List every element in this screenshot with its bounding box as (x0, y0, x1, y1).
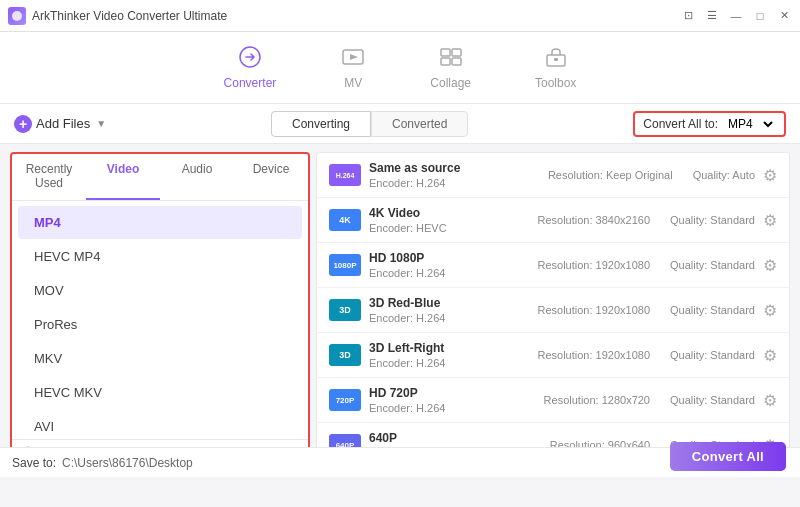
restore-btn[interactable]: ⊡ (680, 8, 696, 24)
svg-rect-6 (452, 58, 461, 65)
vid-name-4: 3D Left-Right (369, 341, 529, 355)
settings-icon-5[interactable]: ⚙ (763, 391, 777, 410)
format-item-mp4[interactable]: MP4 (18, 206, 302, 239)
tab-group: Converting Converted (106, 111, 633, 137)
video-list-item-2[interactable]: 1080P HD 1080P Encoder: H.264 Resolution… (317, 243, 789, 288)
app-title: ArkThinker Video Converter Ultimate (32, 9, 680, 23)
menu-btn[interactable]: ☰ (704, 8, 720, 24)
nav-item-converter[interactable]: Converter (212, 38, 289, 98)
vid-name-2: HD 1080P (369, 251, 529, 265)
vid-meta-1: Resolution: 3840x2160 Quality: Standard (537, 214, 755, 226)
format-item-hevc-mkv[interactable]: HEVC MKV (18, 376, 302, 409)
vid-meta-4: Resolution: 1920x1080 Quality: Standard (537, 349, 755, 361)
format-item-hevc-mp4[interactable]: HEVC MP4 (18, 240, 302, 273)
toolbox-icon (543, 46, 569, 72)
settings-icon-4[interactable]: ⚙ (763, 346, 777, 365)
vid-meta-5: Resolution: 1280x720 Quality: Standard (544, 394, 755, 406)
nav-item-collage[interactable]: Collage (418, 38, 483, 98)
badge-3d-lr: 3D (329, 344, 361, 366)
video-list-item-0[interactable]: H.264 Same as source Encoder: H.264 Reso… (317, 153, 789, 198)
video-list-item-1[interactable]: 4K 4K Video Encoder: HEVC Resolution: 38… (317, 198, 789, 243)
vid-res-0: Resolution: Keep Original (548, 169, 673, 181)
badge-1080p: 1080P (329, 254, 361, 276)
app-icon (8, 7, 26, 25)
vid-name-1: 4K Video (369, 206, 529, 220)
vid-res-4: Resolution: 1920x1080 (537, 349, 650, 361)
badge-4k: 4K (329, 209, 361, 231)
vid-res-5: Resolution: 1280x720 (544, 394, 650, 406)
tab-recently-used[interactable]: Recently Used (12, 154, 86, 200)
vid-qual-4: Quality: Standard (670, 349, 755, 361)
badge-3d-rb: 3D (329, 299, 361, 321)
vid-info-same-source: Same as source Encoder: H.264 (369, 161, 540, 189)
window-controls: ⊡ ☰ — □ ✕ (680, 8, 792, 24)
vid-name-3: 3D Red-Blue (369, 296, 529, 310)
convert-all-select[interactable]: MP4 MOV AVI MKV (724, 116, 776, 132)
nav-item-mv[interactable]: MV (328, 38, 378, 98)
settings-icon-3[interactable]: ⚙ (763, 301, 777, 320)
maximize-btn[interactable]: □ (752, 8, 768, 24)
main-content: Recently Used Video Audio Device MP4 HEV… (0, 144, 800, 477)
format-item-avi[interactable]: AVI (18, 410, 302, 439)
converter-label: Converter (224, 76, 277, 90)
format-panel: Recently Used Video Audio Device MP4 HEV… (10, 152, 310, 469)
vid-name-5: HD 720P (369, 386, 536, 400)
tab-converting[interactable]: Converting (271, 111, 371, 137)
video-list-item-3[interactable]: 3D 3D Red-Blue Encoder: H.264 Resolution… (317, 288, 789, 333)
svg-rect-4 (452, 49, 461, 56)
convert-all-button[interactable]: Convert All (670, 442, 786, 471)
video-list-item-4[interactable]: 3D 3D Left-Right Encoder: H.264 Resoluti… (317, 333, 789, 378)
convert-all-label: Convert All to: (643, 117, 718, 131)
add-files-dropdown-arrow[interactable]: ▼ (96, 118, 106, 129)
settings-icon-1[interactable]: ⚙ (763, 211, 777, 230)
svg-rect-3 (441, 49, 450, 56)
toolbox-label: Toolbox (535, 76, 576, 90)
vid-qual-1: Quality: Standard (670, 214, 755, 226)
vid-info-3d-rb: 3D Red-Blue Encoder: H.264 (369, 296, 529, 324)
format-item-mov[interactable]: MOV (18, 274, 302, 307)
vid-qual-0: Quality: Auto (693, 169, 755, 181)
vid-info-4k: 4K Video Encoder: HEVC (369, 206, 529, 234)
close-btn[interactable]: ✕ (776, 8, 792, 24)
settings-icon-0[interactable]: ⚙ (763, 166, 777, 185)
vid-meta-2: Resolution: 1920x1080 Quality: Standard (537, 259, 755, 271)
vid-encoder-3: Encoder: H.264 (369, 312, 529, 324)
collage-label: Collage (430, 76, 471, 90)
tab-video[interactable]: Video (86, 154, 160, 200)
svg-rect-5 (441, 58, 450, 65)
minimize-btn[interactable]: — (728, 8, 744, 24)
add-files-label: Add Files (36, 116, 90, 131)
format-tabs: Recently Used Video Audio Device (12, 154, 308, 201)
converter-icon (237, 46, 263, 72)
vid-encoder-1: Encoder: HEVC (369, 222, 529, 234)
save-path: C:\Users\86176\Desktop (62, 456, 193, 470)
collage-icon (438, 46, 464, 72)
vid-meta-3: Resolution: 1920x1080 Quality: Standard (537, 304, 755, 316)
nav-item-toolbox[interactable]: Toolbox (523, 38, 588, 98)
format-item-prores[interactable]: ProRes (18, 308, 302, 341)
format-list: MP4 HEVC MP4 MOV ProRes MKV HEVC MKV AVI… (12, 201, 308, 439)
badge-same-source: H.264 (329, 164, 361, 186)
video-list-item-5[interactable]: 720P HD 720P Encoder: H.264 Resolution: … (317, 378, 789, 423)
toolbar: + Add Files ▼ Converting Converted Conve… (0, 104, 800, 144)
svg-rect-8 (554, 58, 558, 61)
format-item-mkv[interactable]: MKV (18, 342, 302, 375)
tab-converted[interactable]: Converted (371, 111, 468, 137)
vid-meta-0: Resolution: Keep Original Quality: Auto (548, 169, 755, 181)
tab-device[interactable]: Device (234, 154, 308, 200)
settings-icon-2[interactable]: ⚙ (763, 256, 777, 275)
vid-encoder-4: Encoder: H.264 (369, 357, 529, 369)
vid-qual-5: Quality: Standard (670, 394, 755, 406)
vid-name-6: 640P (369, 431, 542, 445)
vid-encoder-5: Encoder: H.264 (369, 402, 536, 414)
mv-icon (340, 46, 366, 72)
nav-bar: Converter MV Collage (0, 32, 800, 104)
vid-qual-2: Quality: Standard (670, 259, 755, 271)
save-bar: Save to: C:\Users\86176\Desktop Convert … (0, 447, 800, 477)
add-files-button[interactable]: + Add Files ▼ (14, 115, 106, 133)
vid-qual-3: Quality: Standard (670, 304, 755, 316)
vid-encoder-0: Encoder: H.264 (369, 177, 540, 189)
save-label: Save to: (12, 456, 56, 470)
tab-audio[interactable]: Audio (160, 154, 234, 200)
plus-icon: + (14, 115, 32, 133)
